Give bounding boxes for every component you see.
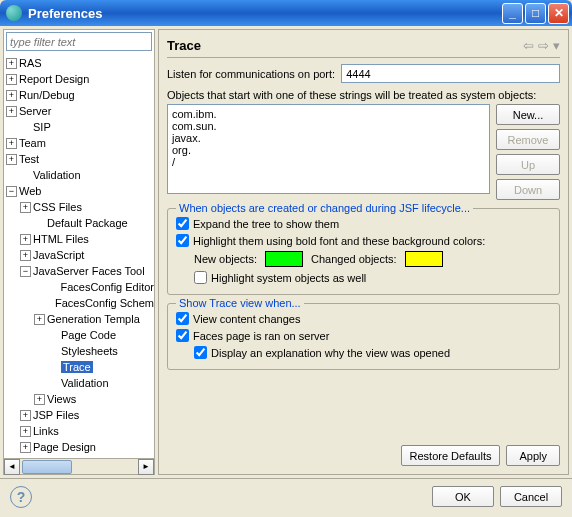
new-objects-color-swatch[interactable]: [265, 251, 303, 267]
new-button[interactable]: New...: [496, 104, 560, 125]
changed-objects-color-swatch[interactable]: [405, 251, 443, 267]
port-input[interactable]: [341, 64, 560, 83]
tree-item[interactable]: +Test: [4, 151, 154, 167]
expand-tree-checkbox[interactable]: [176, 217, 189, 230]
tree-item[interactable]: +Page Design: [4, 439, 154, 455]
highlight-system-label: Highlight system objects as well: [211, 272, 366, 284]
menu-dropdown-icon[interactable]: ▾: [553, 38, 560, 53]
scroll-left-arrow[interactable]: ◄: [4, 459, 20, 475]
tree-toggle-icon[interactable]: +: [6, 138, 17, 149]
tree-item-label: Page Design: [33, 441, 96, 453]
new-objects-label: New objects:: [194, 253, 257, 265]
highlight-checkbox[interactable]: [176, 234, 189, 247]
restore-defaults-button[interactable]: Restore Defaults: [401, 445, 501, 466]
tree-toggle-icon[interactable]: −: [20, 266, 31, 277]
tree-item[interactable]: +CSS Files: [4, 199, 154, 215]
tree-item[interactable]: +Links: [4, 423, 154, 439]
tree-item-label: Default Package: [47, 217, 128, 229]
tree-toggle-icon[interactable]: −: [6, 186, 17, 197]
page-title: Trace: [167, 38, 523, 53]
tree-item[interactable]: FacesConfig Editor: [4, 279, 154, 295]
highlight-system-checkbox[interactable]: [194, 271, 207, 284]
tree-toggle-icon[interactable]: +: [6, 74, 17, 85]
tree-item[interactable]: +Team: [4, 135, 154, 151]
tree-item[interactable]: +Run/Debug: [4, 87, 154, 103]
tree-item-label: RAS: [19, 57, 42, 69]
tree-item[interactable]: SIP: [4, 119, 154, 135]
tree-item[interactable]: +JSP Files: [4, 407, 154, 423]
tree-item[interactable]: +Server: [4, 103, 154, 119]
minimize-button[interactable]: _: [502, 3, 523, 24]
down-button[interactable]: Down: [496, 179, 560, 200]
cancel-button[interactable]: Cancel: [500, 486, 562, 507]
scroll-thumb[interactable]: [22, 460, 72, 474]
tree-toggle-icon[interactable]: +: [6, 58, 17, 69]
filter-input[interactable]: [6, 32, 152, 51]
back-icon[interactable]: ⇦: [523, 38, 534, 53]
expand-tree-label: Expand the tree to show them: [193, 218, 339, 230]
tree-item-label: JavaServer Faces Tool: [33, 265, 145, 277]
view-changes-checkbox[interactable]: [176, 312, 189, 325]
system-objects-listbox[interactable]: com.ibm. com.sun. javax. org. /: [167, 104, 490, 194]
tree-item[interactable]: Trace: [4, 359, 154, 375]
tree-item-label: Web: [19, 185, 41, 197]
preferences-tree[interactable]: +RAS+Report Design+Run/Debug+ServerSIP+T…: [4, 53, 154, 458]
tree-item[interactable]: +RAS: [4, 55, 154, 71]
scroll-right-arrow[interactable]: ►: [138, 459, 154, 475]
highlight-label: Highlight them using bold font and these…: [193, 235, 485, 247]
tree-toggle-icon[interactable]: +: [34, 394, 45, 405]
tree-item[interactable]: +Views: [4, 391, 154, 407]
tree-toggle-icon[interactable]: +: [6, 154, 17, 165]
tree-item-label: Team: [19, 137, 46, 149]
tree-item-label: JavaScript: [33, 249, 84, 261]
tree-item[interactable]: −Web: [4, 183, 154, 199]
tree-item[interactable]: +JavaScript: [4, 247, 154, 263]
dialog-footer: ? OK Cancel: [0, 478, 572, 514]
show-trace-group-title: Show Trace view when...: [176, 297, 304, 309]
app-icon: [6, 5, 22, 21]
remove-button[interactable]: Remove: [496, 129, 560, 150]
tree-item-label: Test: [19, 153, 39, 165]
tree-item[interactable]: +Generation Templa: [4, 311, 154, 327]
tree-item[interactable]: FacesConfig Schem: [4, 295, 154, 311]
tree-item-label: FacesConfig Editor: [60, 281, 154, 293]
window-title: Preferences: [28, 6, 502, 21]
ok-button[interactable]: OK: [432, 486, 494, 507]
tree-item[interactable]: Validation: [4, 167, 154, 183]
tree-item-label: Validation: [61, 377, 109, 389]
horizontal-scrollbar[interactable]: ◄ ►: [4, 458, 154, 474]
tree-toggle-icon[interactable]: +: [20, 426, 31, 437]
tree-toggle-icon[interactable]: +: [34, 314, 45, 325]
faces-ran-label: Faces page is ran on server: [193, 330, 329, 342]
tree-toggle-icon[interactable]: +: [20, 442, 31, 453]
apply-button[interactable]: Apply: [506, 445, 560, 466]
tree-toggle-icon[interactable]: +: [20, 202, 31, 213]
show-trace-group: Show Trace view when... View content cha…: [167, 303, 560, 370]
faces-ran-checkbox[interactable]: [176, 329, 189, 342]
maximize-button[interactable]: □: [525, 3, 546, 24]
tree-item-label: Generation Templa: [47, 313, 140, 325]
tree-item-label: CSS Files: [33, 201, 82, 213]
close-button[interactable]: ✕: [548, 3, 569, 24]
tree-item[interactable]: Validation: [4, 375, 154, 391]
tree-toggle-icon[interactable]: +: [20, 250, 31, 261]
changed-objects-label: Changed objects:: [311, 253, 397, 265]
tree-item-label: JSP Files: [33, 409, 79, 421]
tree-item[interactable]: −JavaServer Faces Tool: [4, 263, 154, 279]
tree-toggle-icon[interactable]: +: [20, 234, 31, 245]
up-button[interactable]: Up: [496, 154, 560, 175]
tree-item[interactable]: Stylesheets: [4, 343, 154, 359]
tree-item[interactable]: +HTML Files: [4, 231, 154, 247]
tree-item[interactable]: Page Code: [4, 327, 154, 343]
tree-toggle-icon[interactable]: +: [6, 90, 17, 101]
tree-item[interactable]: +Report Design: [4, 71, 154, 87]
tree-item[interactable]: Default Package: [4, 215, 154, 231]
tree-toggle-icon[interactable]: +: [6, 106, 17, 117]
title-bar: Preferences _ □ ✕: [0, 0, 572, 26]
explanation-label: Display an explanation why the view was …: [211, 347, 450, 359]
explanation-checkbox[interactable]: [194, 346, 207, 359]
forward-icon[interactable]: ⇨: [538, 38, 549, 53]
tree-toggle-icon[interactable]: +: [20, 410, 31, 421]
help-icon[interactable]: ?: [10, 486, 32, 508]
lifecycle-group: When objects are created or changed duri…: [167, 208, 560, 295]
